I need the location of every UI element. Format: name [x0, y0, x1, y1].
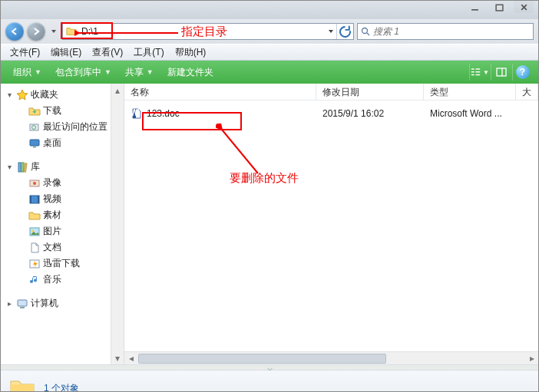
svg-rect-24: [30, 196, 31, 203]
menu-file[interactable]: 文件(F): [5, 44, 45, 61]
svg-rect-20: [24, 163, 27, 171]
tree-downloads[interactable]: 下载: [1, 103, 110, 119]
file-type: Microsoft Word ...: [424, 108, 516, 119]
help-icon: ?: [516, 65, 530, 79]
organize-button[interactable]: 组织▼: [7, 63, 48, 82]
folder-icon: [28, 209, 41, 222]
svg-rect-12: [497, 68, 506, 76]
search-box[interactable]: 搜索 1: [357, 23, 534, 40]
scroll-down-icon[interactable]: ▾: [111, 351, 124, 364]
tree-lib-thunder[interactable]: 迅雷下载: [1, 255, 110, 272]
tree-libraries[interactable]: ▾库: [1, 159, 110, 175]
address-bar[interactable]: D:\1: [62, 23, 354, 40]
svg-rect-10: [476, 71, 481, 72]
tree-favorites[interactable]: ▾收藏夹: [1, 87, 110, 103]
tree-lib-pictures[interactable]: 图片: [1, 223, 110, 239]
svg-point-27: [32, 229, 35, 232]
music-icon: [28, 274, 41, 286]
document-icon: [28, 242, 41, 254]
tree-lib-video[interactable]: 视频: [1, 191, 110, 207]
svg-line-5: [367, 33, 369, 35]
file-date: 2015/9/1 16:02: [316, 108, 424, 119]
tree-lib-recording[interactable]: 录像: [1, 175, 110, 191]
command-bar: 组织▼ 包含到库中▼ 共享▼ 新建文件夹 ▼ ?: [1, 61, 538, 84]
tree-computer[interactable]: ▸计算机: [1, 295, 110, 311]
svg-rect-25: [38, 196, 39, 203]
view-options-button[interactable]: ▼: [469, 64, 489, 81]
nav-row: D:\1 搜索 1: [1, 19, 538, 44]
menu-tools[interactable]: 工具(T): [129, 44, 168, 61]
recording-icon: [28, 177, 41, 189]
desktop-icon: [28, 137, 41, 150]
col-date[interactable]: 修改日期: [316, 84, 424, 100]
maximize-button[interactable]: [489, 1, 509, 13]
col-name[interactable]: 名称: [124, 84, 316, 100]
picture-icon: [28, 226, 41, 238]
scroll-right-icon[interactable]: ▸: [525, 352, 538, 365]
folder-icon: [64, 25, 78, 38]
nav-history-dropdown[interactable]: [48, 23, 59, 40]
preview-pane-button[interactable]: [491, 64, 511, 81]
col-size[interactable]: 大: [516, 84, 538, 100]
svg-point-22: [33, 182, 36, 185]
svg-rect-30: [20, 307, 25, 308]
tree-lib-music[interactable]: 音乐: [1, 272, 110, 288]
tree-desktop[interactable]: 桌面: [1, 135, 110, 151]
main-area: ▾收藏夹 下载 最近访问的位置 桌面 ▾库 录像 视频 素材 图片 文档 迅雷下…: [1, 84, 538, 364]
computer-icon: [16, 298, 28, 310]
chevron-down-icon: ▼: [147, 68, 154, 76]
tree-recent[interactable]: 最近访问的位置: [1, 119, 110, 135]
folder-icon: [28, 105, 41, 117]
svg-rect-9: [476, 68, 481, 69]
horizontal-scrollbar[interactable]: ◂ ▸: [124, 351, 538, 364]
star-icon: [16, 89, 28, 101]
file-name: 123.doc: [147, 108, 180, 119]
file-row[interactable]: W 123.doc 2015/9/1 16:02 Microsoft Word …: [124, 105, 538, 122]
help-button[interactable]: ?: [512, 64, 532, 81]
library-icon: [16, 161, 28, 173]
collapse-icon: ▾: [5, 163, 14, 171]
svg-rect-19: [21, 163, 24, 172]
include-library-button[interactable]: 包含到库中▼: [49, 63, 117, 82]
new-folder-button[interactable]: 新建文件夹: [161, 63, 220, 82]
sidebar-scrollbar[interactable]: ▴ ▾: [111, 84, 124, 364]
collapse-icon: ▾: [5, 91, 14, 99]
scroll-thumb[interactable]: [138, 354, 386, 364]
refresh-button[interactable]: [336, 24, 353, 39]
svg-rect-7: [471, 71, 475, 72]
tree-lib-material[interactable]: 素材: [1, 207, 110, 223]
navigation-pane: ▾收藏夹 下载 最近访问的位置 桌面 ▾库 录像 视频 素材 图片 文档 迅雷下…: [1, 84, 124, 364]
title-bar: [1, 1, 538, 19]
expand-icon: ▸: [5, 299, 14, 308]
menu-help[interactable]: 帮助(H): [170, 44, 211, 61]
scroll-left-icon[interactable]: ◂: [124, 352, 137, 365]
svg-rect-29: [18, 300, 27, 306]
tree-lib-documents[interactable]: 文档: [1, 239, 110, 255]
menu-bar: 文件(F) 编辑(E) 查看(V) 工具(T) 帮助(H): [1, 44, 538, 61]
forward-button[interactable]: [27, 22, 45, 41]
scroll-up-icon[interactable]: ▴: [111, 84, 124, 97]
svg-text:W: W: [131, 107, 139, 118]
search-icon: [361, 27, 370, 36]
file-list: 名称 修改日期 类型 大 W 123.doc 2015/9/1 16:02 Mi…: [124, 84, 538, 364]
back-button[interactable]: [5, 22, 24, 41]
recent-icon: [28, 121, 41, 133]
column-headers: 名称 修改日期 类型 大: [124, 84, 538, 100]
search-placeholder: 搜索 1: [373, 25, 399, 38]
thunder-icon: [28, 258, 41, 270]
close-button[interactable]: [514, 1, 534, 13]
folder-large-icon: [8, 375, 36, 393]
svg-point-4: [362, 28, 368, 34]
share-button[interactable]: 共享▼: [119, 63, 160, 82]
svg-rect-16: [30, 140, 39, 146]
address-dropdown[interactable]: [324, 28, 336, 35]
svg-rect-18: [18, 163, 21, 172]
menu-view[interactable]: 查看(V): [88, 44, 127, 61]
address-text: D:\1: [80, 26, 324, 37]
word-doc-icon: W: [131, 107, 143, 120]
minimize-button[interactable]: [465, 1, 484, 13]
col-type[interactable]: 类型: [424, 84, 516, 100]
menu-edit[interactable]: 编辑(E): [46, 44, 86, 61]
svg-rect-11: [476, 74, 481, 75]
video-icon: [28, 193, 41, 206]
